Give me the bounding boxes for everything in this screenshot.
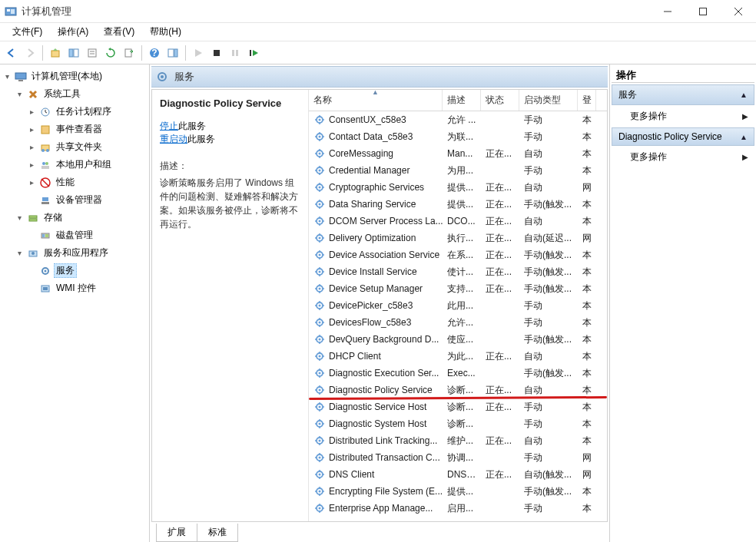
svg-point-28 (46, 149, 49, 152)
tree-label[interactable]: 共享文件夹 (54, 140, 104, 154)
tab-extended[interactable]: 扩展 (156, 524, 197, 542)
stop-service-button[interactable] (208, 45, 225, 61)
properties-button[interactable] (84, 45, 101, 61)
tree-wmi[interactable]: ▸WMI 控件 (26, 279, 148, 297)
tab-standard[interactable]: 标准 (197, 524, 238, 542)
menu-file[interactable]: 文件(F) (5, 23, 50, 41)
caret-icon[interactable]: ▾ (14, 249, 25, 257)
tree-label[interactable]: 服务和应用程序 (41, 246, 111, 260)
caret-icon[interactable]: ▾ (14, 90, 25, 98)
service-row[interactable]: Credential Manager为用...手动本 (309, 162, 607, 179)
caret-icon[interactable]: ▸ (26, 160, 37, 169)
tree-label[interactable]: 任务计划程序 (54, 104, 114, 119)
service-row[interactable]: Cryptographic Services提供...正在...自动网 (309, 179, 607, 196)
service-row[interactable]: Diagnostic Policy Service诊断...正在...自动本 (309, 382, 607, 398)
actions-section-services[interactable]: 服务▲ (612, 84, 754, 105)
pause-service-button[interactable] (227, 45, 244, 61)
service-row[interactable]: Diagnostic Execution Ser...Exec...手动(触发.… (309, 365, 607, 382)
tree-label[interactable]: WMI 控件 (54, 281, 98, 296)
tree-label[interactable]: 事件查看器 (54, 122, 104, 137)
col-logon[interactable]: 登 (578, 90, 596, 111)
service-row[interactable]: Device Association Service在系...正在...手动(触… (309, 246, 607, 263)
menu-action[interactable]: 操作(A) (50, 23, 96, 41)
service-row[interactable]: ConsentUX_c58e3允许 ...手动本 (309, 111, 607, 128)
col-start[interactable]: 启动类型 (519, 90, 578, 111)
service-row[interactable]: DevicesFlow_c58e3允许...手动本 (309, 314, 607, 331)
tree-label[interactable]: 本地用户和组 (54, 157, 114, 172)
col-name[interactable]: ▲名称 (309, 90, 443, 111)
tree-storage[interactable]: ▾存储 (14, 209, 148, 226)
service-row[interactable]: Diagnostic System Host诊断...手动本 (309, 415, 607, 432)
tree-shared-folders[interactable]: ▸共享文件夹 (26, 138, 148, 156)
middle-pane: 服务 Diagnostic Policy Service 停止此服务 重启动此服… (150, 64, 610, 542)
service-row[interactable]: DNS ClientDNS ...正在...自动(触发...网 (309, 466, 607, 483)
help-button[interactable]: ? (146, 45, 163, 61)
export-button[interactable] (121, 45, 138, 61)
service-row[interactable]: DCOM Server Process La...DCO...正在...自动本 (309, 213, 607, 230)
caret-icon[interactable]: ▸ (26, 143, 37, 151)
tree-label[interactable]: 设备管理器 (54, 193, 104, 207)
tree-performance[interactable]: ▸性能 (26, 174, 148, 191)
forward-button[interactable] (22, 45, 38, 61)
service-row[interactable]: Device Install Service使计...正在...手动(触发...… (309, 263, 607, 280)
tree-local-users[interactable]: ▸本地用户和组 (26, 156, 148, 174)
tree-services-apps[interactable]: ▾服务和应用程序 (14, 244, 148, 262)
service-row[interactable]: Device Setup Manager支持...正在...手动(触发...本 (309, 280, 607, 297)
service-desc-cell: 为此... (443, 350, 481, 363)
menu-view[interactable]: 查看(V) (96, 23, 142, 41)
refresh-button[interactable] (102, 45, 119, 61)
back-button[interactable] (3, 45, 20, 61)
caret-icon[interactable]: ▸ (26, 178, 37, 187)
menu-help[interactable]: 帮助(H) (142, 23, 189, 41)
tree-disk-management[interactable]: ▸磁盘管理 (26, 226, 148, 244)
service-row[interactable]: Contact Data_c58e3为联...手动本 (309, 128, 607, 145)
stop-link[interactable]: 停止 (160, 121, 178, 131)
service-row[interactable]: Encrypting File System (E...提供...手动(触发..… (309, 483, 607, 500)
service-row[interactable]: Distributed Transaction C...协调...手动网 (309, 449, 607, 466)
tree-event-viewer[interactable]: ▸事件查看器 (26, 121, 148, 138)
tree-services[interactable]: ▸服务 (26, 262, 148, 279)
caret-icon[interactable]: ▾ (2, 72, 12, 81)
service-row[interactable]: DevQuery Background D...使应...手动(触发...本 (309, 331, 607, 348)
col-status[interactable]: 状态 (481, 90, 519, 111)
tree-root[interactable]: ▾ 计算机管理(本地) (2, 68, 148, 85)
more-actions-services[interactable]: 更多操作▶ (612, 105, 754, 127)
minimize-button[interactable] (650, 0, 685, 23)
tree-label[interactable]: 计算机管理(本地) (29, 69, 104, 84)
restart-link[interactable]: 重启动 (160, 134, 187, 144)
restart-service-button[interactable] (245, 45, 262, 61)
caret-icon[interactable]: ▸ (26, 107, 37, 116)
svg-line-33 (41, 179, 49, 187)
tree-system-tools[interactable]: ▾ 系统工具 (14, 85, 148, 103)
service-row[interactable]: Enterprise App Manage...启用...手动本 (309, 500, 607, 517)
action-pane-toggle[interactable] (164, 45, 181, 61)
tree-pane[interactable]: ▾ 计算机管理(本地) ▾ 系统工具 ▸任务计划程序 ▸事件查看器 ▸共享文件夹… (0, 64, 150, 542)
service-start-cell: 手动 (519, 131, 578, 144)
start-service-button[interactable] (190, 45, 207, 61)
maximize-button[interactable] (685, 0, 721, 23)
tree-task-scheduler[interactable]: ▸任务计划程序 (26, 103, 148, 121)
tree-label[interactable]: 性能 (54, 175, 77, 190)
service-row[interactable]: Diagnostic Service Host诊断...正在...手动本 (309, 398, 607, 415)
actions-section-selected[interactable]: Diagnostic Policy Service▲ (612, 127, 754, 146)
close-button[interactable] (721, 0, 756, 23)
list-body[interactable]: ConsentUX_c58e3允许 ...手动本Contact Data_c58… (309, 111, 607, 521)
service-row[interactable]: DevicePicker_c58e3此用...手动本 (309, 297, 607, 314)
up-button[interactable] (47, 45, 64, 61)
service-row[interactable]: DHCP Client为此...正在...自动本 (309, 348, 607, 365)
service-row[interactable]: Distributed Link Tracking...维护...正在...自动… (309, 432, 607, 449)
more-actions-selected[interactable]: 更多操作▶ (612, 146, 754, 168)
tree-label[interactable]: 存储 (41, 210, 65, 225)
service-row[interactable]: Delivery Optimization执行...正在...自动(延迟...网 (309, 230, 607, 246)
show-hide-tree-button[interactable] (65, 45, 82, 61)
tree-device-manager[interactable]: ▸设备管理器 (26, 191, 148, 209)
col-desc[interactable]: 描述 (443, 90, 481, 111)
tree-label[interactable]: 服务 (54, 263, 77, 278)
tree-label[interactable]: 系统工具 (41, 87, 83, 101)
submenu-icon: ▶ (742, 153, 748, 161)
service-row[interactable]: CoreMessagingMan...正在...自动本 (309, 145, 607, 162)
caret-icon[interactable]: ▾ (14, 213, 25, 222)
caret-icon[interactable]: ▸ (26, 125, 37, 134)
tree-label[interactable]: 磁盘管理 (54, 228, 95, 243)
service-row[interactable]: Data Sharing Service提供...正在...手动(触发...本 (309, 196, 607, 213)
